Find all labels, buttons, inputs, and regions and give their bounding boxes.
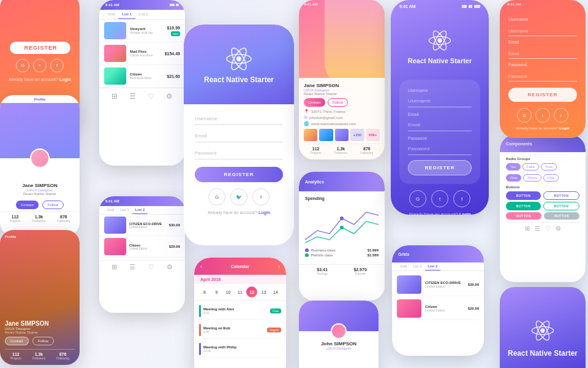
register-button[interactable]: REGISTER: [408, 160, 472, 175]
event-alex[interactable]: Meeting with Alex 9:41 Free: [199, 303, 281, 320]
tab-grid2[interactable]: Grid: [104, 206, 117, 214]
follow-button[interactable]: Follow: [42, 201, 64, 209]
location-row: 📍 33071, Paris, France: [304, 109, 380, 114]
date-13[interactable]: 13: [258, 286, 270, 297]
twitter-tr[interactable]: t: [535, 108, 550, 123]
button-green-1[interactable]: BUTTON: [506, 202, 541, 210]
google-button[interactable]: G: [16, 59, 29, 72]
facebook-social-button[interactable]: f: [252, 188, 270, 205]
followers-count: 1.3k: [32, 215, 45, 219]
radio-one[interactable]: One: [506, 174, 521, 182]
facebook-button[interactable]: f: [50, 59, 64, 72]
list-item: Vineyard Vintage style hat $19.99 new: [99, 20, 185, 42]
tab-list1-v2[interactable]: List 1: [410, 263, 424, 270]
facebook-button[interactable]: f: [453, 190, 470, 207]
stat-following: 876 Following: [57, 215, 70, 223]
radio-group-2: One Three Five: [506, 174, 579, 182]
already-account: Already have an account? Login: [195, 210, 283, 215]
tab-list2-2[interactable]: List 2: [132, 206, 148, 214]
button-pink-1[interactable]: BUTTON: [506, 212, 541, 220]
tab-profile[interactable]: Profile: [34, 98, 46, 101]
username-field[interactable]: [408, 95, 472, 107]
already-account: Already have an account? Login: [391, 212, 489, 215]
phone-rns-splash: React Native Starter: [500, 287, 586, 368]
tab-list2-v2[interactable]: List 2: [425, 263, 441, 270]
grid-icon: ⊞: [525, 225, 530, 232]
google-button[interactable]: G: [409, 190, 426, 207]
legend-amount-1: $1.999: [368, 248, 379, 252]
profile-name-sm2: John SIMPSON: [304, 341, 374, 347]
username-input-tr[interactable]: [508, 26, 577, 36]
grid-title: Grids: [398, 252, 409, 256]
event-bob[interactable]: Meeting wi Bob 9:45 Urgent: [199, 322, 281, 339]
button-gray-1[interactable]: BUTTON: [544, 212, 579, 220]
username-input[interactable]: [195, 113, 283, 125]
button-outline-1[interactable]: BUTTON: [543, 191, 579, 200]
twitter-button[interactable]: t: [33, 59, 47, 72]
twitter-button[interactable]: t: [431, 190, 448, 207]
radio-true[interactable]: True: [541, 163, 557, 171]
radio-yes[interactable]: Yes: [506, 163, 521, 171]
projects-count: 112: [10, 215, 21, 219]
contact-button[interactable]: Contact: [16, 201, 39, 209]
photo-thumb-2[interactable]: [319, 129, 333, 141]
login-link[interactable]: Login: [459, 212, 471, 215]
avatar-sm2: [331, 323, 347, 339]
app-name-br: React Native Starter: [508, 349, 578, 359]
components-body: Radio Groups Yes Fake True One Three Fiv…: [500, 152, 586, 237]
password-input-tr[interactable]: [508, 72, 577, 82]
calendar-header: ‹ Calendar ›: [194, 258, 286, 275]
follow-button[interactable]: Follow: [328, 98, 348, 107]
button-outline-green[interactable]: BUTTON: [543, 202, 579, 210]
register-button[interactable]: REGISTER: [10, 42, 70, 54]
tab-list2[interactable]: List 2: [135, 10, 151, 19]
date-11[interactable]: 11: [235, 286, 246, 297]
twitter-social-button[interactable]: 🐦: [230, 188, 247, 205]
date-14[interactable]: 14: [270, 286, 281, 297]
button-row-1: BUTTON BUTTON: [506, 191, 579, 200]
radio-three[interactable]: Three: [523, 174, 541, 182]
photo-thumb-1[interactable]: [304, 129, 317, 141]
event-philip[interactable]: Meeting with Philip 10:00: [199, 341, 281, 358]
date-10[interactable]: 10: [223, 286, 234, 297]
phone-analytics: Analytics Spending Business class $1.999: [299, 172, 385, 301]
radio-fake[interactable]: Fake: [522, 163, 539, 171]
login-link[interactable]: Login: [258, 210, 270, 215]
next-month[interactable]: ›: [278, 263, 280, 270]
tab-grid-v2[interactable]: Grid: [397, 263, 410, 270]
google-social-button[interactable]: G: [208, 188, 225, 205]
google-tr[interactable]: G: [517, 108, 532, 123]
button-row-2: BUTTON BUTTON: [506, 202, 579, 210]
login-link[interactable]: Login: [59, 77, 71, 82]
date-12-active[interactable]: 12: [246, 286, 257, 297]
legend-dot-blue: [305, 248, 309, 252]
tab-list1-2[interactable]: List 1: [117, 206, 132, 214]
website-icon: 🌐: [304, 121, 309, 126]
status-time: 9:41 AM: [304, 2, 318, 6]
social-count: 50k+: [366, 129, 380, 141]
date-9[interactable]: 9: [211, 286, 222, 297]
radio-five[interactable]: Five: [543, 174, 559, 182]
photo-thumb-3[interactable]: [335, 129, 349, 141]
register-button[interactable]: REGISTER: [195, 167, 283, 182]
more-photos[interactable]: +150: [350, 129, 364, 141]
ecom-item: Citizen Limited Edition $29.99: [99, 236, 185, 258]
email-field[interactable]: [408, 119, 472, 131]
password-input[interactable]: [195, 147, 283, 159]
email-label: Email: [508, 40, 577, 44]
login-link-tr[interactable]: Login: [559, 126, 569, 130]
stat-savings: $3.41 Savings: [317, 267, 328, 275]
date-8[interactable]: 8: [199, 286, 210, 297]
contact-button-lg[interactable]: Contact: [5, 337, 29, 345]
register-button-tr[interactable]: REGISTER: [508, 88, 577, 102]
password-field[interactable]: [408, 143, 472, 155]
email-input-tr[interactable]: [508, 49, 577, 59]
tab-grid[interactable]: Grid: [104, 10, 118, 19]
email-input[interactable]: [195, 130, 283, 142]
tab-list1[interactable]: List 1: [118, 10, 135, 19]
follow-button-lg[interactable]: Follow: [32, 337, 54, 345]
contact-button[interactable]: Contact: [304, 98, 325, 107]
prev-month[interactable]: ‹: [200, 263, 202, 270]
button-blue-1[interactable]: BUTTON: [506, 191, 541, 200]
facebook-tr[interactable]: f: [554, 108, 568, 123]
